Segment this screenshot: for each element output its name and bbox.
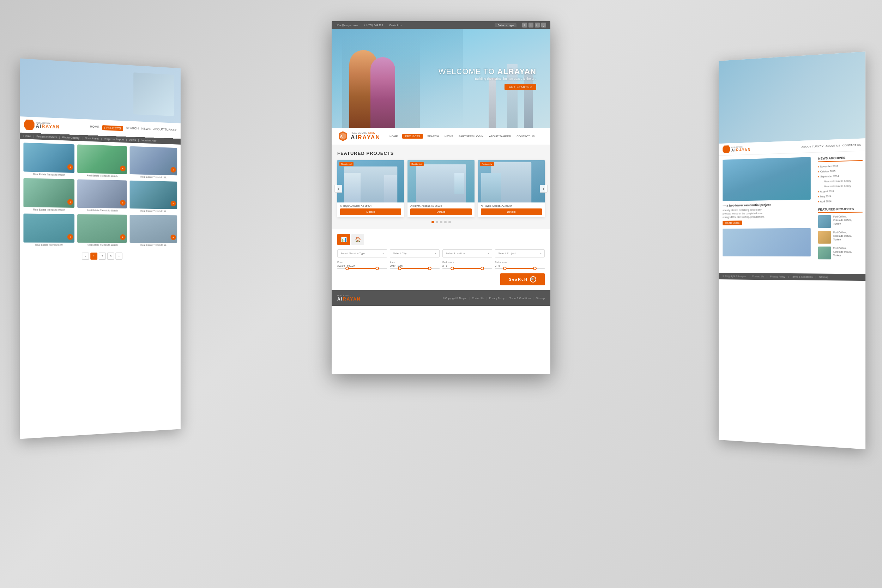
news-hero: WELCOME TO ALRAYAN Building the Perfect …	[718, 51, 866, 144]
gallery-overlay-icon: +	[120, 234, 126, 240]
search-tabs: 📊 🏠	[337, 234, 545, 245]
topbar-login-button[interactable]: Partners Login	[495, 23, 516, 27]
range-area-fill	[400, 268, 430, 269]
gallery-image	[77, 145, 127, 174]
footer-link-privacy[interactable]: Privacy Policy	[489, 297, 504, 300]
list-item[interactable]: + Real Estate Trends to Watch	[23, 178, 75, 211]
nav-contact-us[interactable]: CONTACT US	[515, 134, 536, 139]
carousel-dot[interactable]	[436, 221, 438, 223]
carousel-dot[interactable]	[432, 221, 434, 223]
nav-home[interactable]: HOME	[90, 125, 99, 130]
gallery-overlay-icon: +	[171, 167, 176, 172]
project-details-button[interactable]: Details	[410, 208, 471, 215]
page-2[interactable]: 2	[99, 252, 106, 260]
list-item[interactable]: + Real Estate Trends to W.	[23, 213, 75, 246]
footer-contact[interactable]: Contact Us	[752, 275, 764, 278]
carousel-prev-button[interactable]: ‹	[334, 185, 342, 193]
list-item[interactable]: + Real Estate Trends to Watch	[77, 145, 127, 178]
range-thumb-left[interactable]	[345, 267, 349, 270]
footer-privacy[interactable]: Privacy Policy	[770, 276, 785, 278]
carousel-dot[interactable]	[444, 221, 447, 223]
range-bathrooms-label: Bathrooms:	[495, 261, 545, 264]
nav-projects[interactable]: PROJECTS	[102, 125, 123, 131]
news-sidebar: NEWS ARCHIVES November 2015 October 2015…	[815, 151, 866, 267]
topbar-phone: +1 (786) 844 123	[364, 24, 383, 27]
range-thumb-left[interactable]	[503, 267, 507, 270]
search-tab-home[interactable]: 🏠	[351, 234, 364, 245]
footer-sitemap[interactable]: Sitemap	[819, 276, 828, 278]
googleplus-icon[interactable]: g	[541, 22, 546, 27]
news-article-text: already started mobilizing since earlyph…	[723, 207, 810, 219]
nav-projects[interactable]: PROJECTS	[402, 134, 423, 139]
page-1[interactable]: 1	[90, 252, 98, 260]
featured-project-item[interactable]: Fort Collins,Colorado 80523,Turkey	[818, 215, 862, 228]
nav-news[interactable]: NEWS	[443, 134, 454, 139]
project-details-button[interactable]: Details	[481, 208, 542, 215]
news-nav-about-turkey[interactable]: ABOUT TURKEY	[801, 144, 824, 148]
nav-about[interactable]: ABOUT TURKEY	[153, 128, 176, 133]
chevron-down-icon: ▾	[382, 252, 384, 255]
footer-link-sitemap[interactable]: Sitemap	[536, 297, 545, 300]
news-archive-list: November 2015 October 2015 September 201…	[818, 163, 862, 204]
list-item[interactable]: + Real Estate Trends to W.	[129, 146, 177, 179]
archive-item[interactable]: April 2014	[818, 199, 862, 204]
search-button[interactable]: SeaRcH 🔍	[500, 273, 545, 285]
footer-link-terms[interactable]: Terms & Conditions	[510, 297, 531, 300]
select-city[interactable]: Select City ▾	[390, 249, 440, 258]
nav-search[interactable]: SEARCH	[126, 126, 139, 132]
twitter-icon[interactable]: t	[528, 22, 533, 27]
footer-link-contact[interactable]: Contact Us	[472, 297, 484, 300]
range-price-fill	[347, 268, 377, 269]
range-thumb-right[interactable]	[375, 267, 379, 270]
gallery-overlay-icon: +	[171, 201, 176, 206]
linkedin-icon[interactable]: in	[535, 22, 540, 27]
project-info: Al Rayan, Akabati, AZ 85034 Details	[337, 202, 404, 217]
list-item[interactable]: + Real Estate Trends to W.	[129, 181, 177, 213]
facebook-icon[interactable]: f	[522, 22, 527, 27]
topbar-contact[interactable]: Contact Us	[389, 24, 402, 27]
range-thumb-left[interactable]	[398, 267, 402, 270]
nav-partners-login[interactable]: PARTNERS LOGIN	[457, 134, 485, 139]
featured-project-item[interactable]: Fort Collins,Colorado 80523,Turkey	[818, 246, 862, 260]
project-card[interactable]: Residential Al Rayan, Akabati, AZ 85034 …	[408, 160, 474, 217]
gallery-caption: Real Estate Trends to Watch	[77, 209, 127, 212]
range-thumb-left[interactable]	[450, 267, 454, 270]
nav-home[interactable]: HOME	[388, 134, 399, 139]
featured-project-item[interactable]: Fort Collins,Colorado 80523,Turkey	[818, 231, 862, 244]
range-thumb-right[interactable]	[533, 267, 537, 270]
gallery-nav-links: HOME PROJECTS SEARCH NEWS ABOUT TURKEY	[90, 125, 177, 134]
project-card[interactable]: Residential Al Rayan, Akabati, AZ 85034 …	[478, 160, 545, 217]
select-project[interactable]: Select Project ▾	[495, 249, 545, 258]
news-nav-about-us[interactable]: ABOUT US	[825, 144, 840, 148]
list-item[interactable]: + Real Estate Trends to Watch	[77, 179, 127, 212]
news-nav-contact[interactable]: CONTACT US	[843, 143, 861, 147]
get-started-button[interactable]: GET STARTED	[504, 84, 536, 90]
carousel-dot[interactable]	[448, 221, 451, 223]
search-section: 📊 🏠 Select Service Type ▾ Select City ▾ …	[332, 229, 550, 290]
list-item[interactable]: + Real Estate Trends to Watch	[77, 214, 127, 246]
project-card[interactable]: Residential Al Rayan, Akabati, AZ 85034 …	[337, 160, 404, 217]
sidebar-featured-projects: FEATURED PROJECTS Fort Collins,Colorado …	[818, 207, 862, 259]
project-details-button[interactable]: Details	[340, 208, 401, 215]
carousel-dot[interactable]	[440, 221, 442, 223]
carousel-next-button[interactable]: ›	[540, 185, 548, 193]
range-thumb-right[interactable]	[480, 267, 484, 270]
nav-news[interactable]: NEWS	[141, 127, 151, 132]
page-prev[interactable]: ‹	[82, 252, 89, 260]
select-service-type[interactable]: Select Service Type ▾	[337, 249, 387, 258]
read-more-button[interactable]: READ MORE	[723, 221, 742, 225]
footer-terms[interactable]: Terms & Conditions	[791, 276, 813, 278]
range-thumb-right[interactable]	[428, 267, 432, 270]
nav-about-tameer[interactable]: ABOUT TAMEER	[488, 134, 512, 139]
footer-links: © Copyright © Alrayan | Contact Us | Pri…	[443, 297, 545, 300]
page-next[interactable]: ›	[116, 252, 122, 260]
page-3[interactable]: 3	[107, 252, 114, 260]
search-button-label: SeaRcH	[509, 277, 528, 282]
range-bathrooms: Bathrooms: 2 - 5	[495, 261, 545, 269]
list-item[interactable]: + Real Estate Trends to W.	[129, 215, 177, 246]
range-bedrooms-value: 2 - 6	[442, 264, 492, 267]
search-tab-chart[interactable]: 📊	[337, 234, 350, 245]
nav-search[interactable]: SEARCH	[426, 134, 440, 139]
select-location[interactable]: Select Location ▾	[442, 249, 492, 258]
list-item[interactable]: + Real Estate Trends to Watch	[23, 142, 75, 176]
